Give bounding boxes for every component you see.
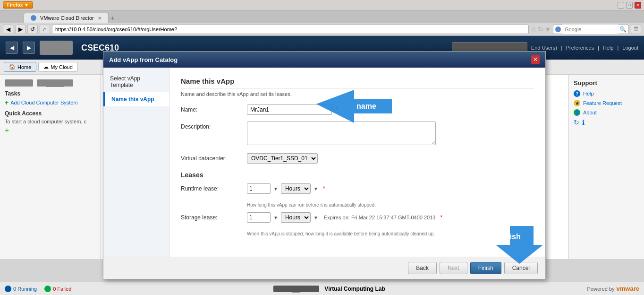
runtime-hint: How long this vApp can run before it is …: [247, 202, 534, 208]
separator1: |: [561, 45, 562, 51]
runtime-unit-select[interactable]: Hours: [281, 183, 311, 194]
maximize-button[interactable]: □: [626, 2, 633, 9]
storage-unit-select[interactable]: Hours: [281, 212, 311, 223]
storage-expires-text: Expires on: Fri Mar 22 15:37:47 GMT-0400…: [324, 215, 436, 220]
bookmark-icon: ☆: [531, 26, 537, 33]
leases-title: Leases: [181, 171, 534, 179]
welcome-text: Welcome, ████: [5, 79, 96, 87]
name-label: Name:: [181, 104, 247, 113]
new-tab-button[interactable]: +: [110, 14, 114, 22]
tab-title-text: VMware Cloud Director: [40, 15, 94, 21]
storage-label: Storage lease:: [181, 212, 247, 221]
add-vapp-dialog: Add vApp from Catalog ✕ Select vApp Temp…: [103, 51, 546, 279]
tab-close-button[interactable]: ✕: [98, 16, 102, 21]
my-cloud-button[interactable]: ☁ My Cloud: [38, 62, 77, 72]
help-link[interactable]: Help: [603, 45, 614, 51]
dialog-nav: Select vApp Template Name this vApp: [103, 68, 169, 257]
runtime-required: *: [323, 185, 325, 192]
description-label: Description:: [181, 121, 247, 130]
failed-status: 0 Failed: [44, 286, 71, 292]
storage-value-input[interactable]: [247, 212, 271, 223]
quick-access-title: Quick Access: [5, 110, 96, 117]
preferences-link[interactable]: Preferences: [566, 45, 594, 51]
browser-tab[interactable]: VMware Cloud Director ✕: [24, 13, 109, 23]
add-cloud-link[interactable]: + Add Cloud Computer System: [5, 99, 96, 106]
help-item[interactable]: ? Help: [574, 90, 639, 97]
browser-menu-button[interactable]: ☰: [631, 25, 641, 34]
running-icon: [5, 286, 11, 292]
add-cloud-label: Add Cloud Computer System: [10, 100, 77, 105]
about-item[interactable]: 👤 About: [574, 109, 639, 116]
runtime-label: Runtime lease:: [181, 183, 247, 192]
end-users-label: End Users): [531, 45, 557, 51]
quick-access-text: To start a cloud computer system, c: [5, 119, 96, 124]
firefox-label: Firefox: [7, 2, 23, 8]
forward-nav-button[interactable]: ▶: [15, 25, 25, 34]
vcl-label: Virtual Computing Lab: [324, 286, 385, 292]
minimize-button[interactable]: ─: [618, 2, 624, 9]
running-status: 0 Running: [5, 286, 37, 292]
firefox-menu-button[interactable]: Firefox ▼: [3, 1, 33, 9]
search-icon: 🔍: [619, 26, 627, 33]
reload-button[interactable]: ↺: [27, 25, 38, 34]
feature-request-link[interactable]: Feature Request: [583, 100, 622, 106]
name-required: *: [335, 106, 338, 113]
runtime-value-input[interactable]: [247, 183, 271, 194]
close-button[interactable]: ✕: [635, 2, 641, 9]
back-nav-button[interactable]: ◀: [3, 25, 13, 34]
cancel-button[interactable]: Cancel: [504, 262, 538, 274]
nav-name-vapp[interactable]: Name this vApp: [103, 92, 169, 106]
description-textarea[interactable]: [247, 121, 436, 145]
my-cloud-label: My Cloud: [51, 64, 72, 70]
about-icon: 👤: [574, 109, 580, 116]
status-center-text: ██ Virtual Computing Lab: [79, 286, 579, 292]
info-panel-icon[interactable]: ℹ: [582, 119, 585, 126]
vdc-label: Virtual datacenter:: [181, 153, 247, 162]
next-button[interactable]: Next: [440, 262, 467, 274]
storage-field-container: ▼ Hours ▼ Expires on: Fri Mar 22 15:37:4…: [247, 212, 534, 225]
powered-by-label: Powered by: [587, 286, 614, 292]
about-link[interactable]: About: [583, 110, 597, 115]
home-label: Home: [17, 64, 31, 70]
runtime-field-container: ▼ Hours ▼ *: [247, 183, 534, 196]
home-icon: 🏠: [9, 64, 16, 70]
dialog-footer: Back Next Finish Cancel: [103, 257, 545, 279]
runtime-dropdown-arrow: ▼: [273, 186, 278, 191]
app-forward-button[interactable]: ▶: [23, 42, 35, 54]
failed-icon: [44, 286, 51, 292]
refresh-panel-icon[interactable]: ↻: [574, 119, 579, 126]
rss-icon: ▼: [544, 26, 551, 33]
back-button[interactable]: Back: [408, 262, 437, 274]
storage-hint: When this vApp is stopped, how long it i…: [247, 231, 534, 236]
name-input[interactable]: [247, 104, 332, 115]
search-input[interactable]: [562, 25, 619, 34]
status-bar: 0 Running 0 Failed ██ Virtual Computing …: [0, 282, 644, 295]
quick-add-button[interactable]: +: [5, 126, 96, 135]
status-right: Powered by vmware: [587, 285, 639, 292]
feature-request-icon: ★: [574, 100, 580, 106]
app-back-button[interactable]: ◀: [6, 42, 18, 54]
username-redacted: ████: [37, 79, 73, 87]
vdc-form-row: Virtual datacenter: OVDC_Tier1_SSD_01: [181, 153, 534, 164]
name-field-container: *: [247, 104, 534, 115]
finish-button[interactable]: Finish: [470, 262, 501, 274]
dialog-close-button[interactable]: ✕: [531, 55, 540, 64]
logout-link[interactable]: Logout: [622, 45, 638, 51]
nav-select-template[interactable]: Select vApp Template: [103, 71, 169, 92]
vmware-logo: vmware: [617, 285, 639, 292]
support-panel: Support ? Help ★ Feature Request 👤 About…: [568, 75, 644, 259]
feature-request-item[interactable]: ★ Feature Request: [574, 100, 639, 106]
help-link-sidebar[interactable]: Help: [583, 91, 594, 96]
support-title: Support: [574, 79, 639, 87]
runtime-lease-row: Runtime lease: ▼ Hours ▼ *: [181, 183, 534, 196]
home-cloud-button[interactable]: 🏠 Home: [4, 62, 36, 72]
cloud-icon: ☁: [43, 64, 49, 70]
description-form-row: Description:: [181, 121, 534, 147]
home-nav-button[interactable]: ⌂: [40, 25, 50, 34]
vdc-select[interactable]: OVDC_Tier1_SSD_01: [247, 153, 318, 164]
url-bar[interactable]: [52, 25, 529, 34]
refresh-icon: ↻: [538, 26, 543, 33]
description-field-container: [247, 121, 534, 147]
name-form-row: Name: *: [181, 104, 534, 115]
search-engine-icon: [555, 26, 561, 32]
